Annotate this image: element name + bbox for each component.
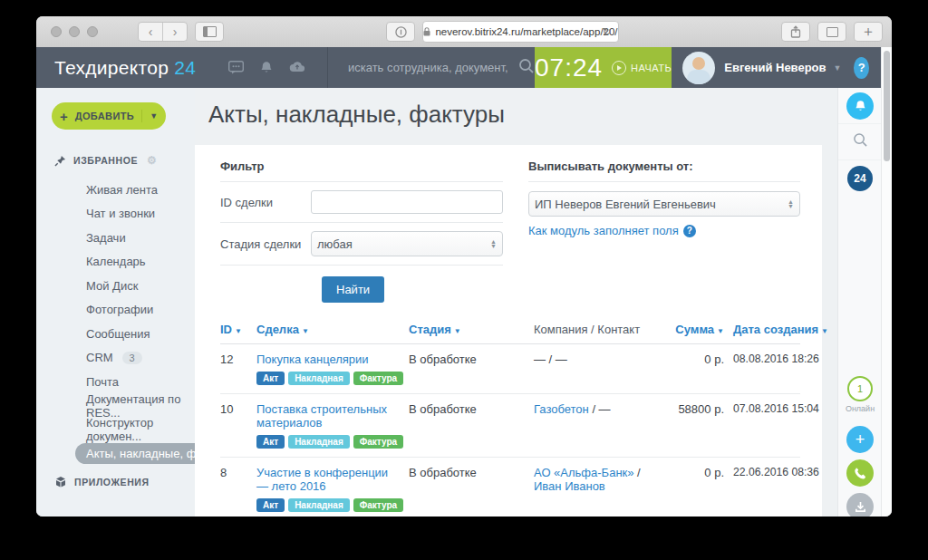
sidebar-item-chat[interactable]: Чат и звонки [36, 202, 195, 227]
sidebar-item-mail[interactable]: Почта [36, 370, 195, 394]
badge-act[interactable]: Акт [256, 435, 285, 449]
sidebar-item-calendar[interactable]: Календарь [36, 250, 195, 275]
quick-add-button[interactable]: + [846, 426, 874, 453]
badge-nakladnaya[interactable]: Накладная [288, 498, 350, 512]
scrollbar-thumb[interactable] [884, 51, 890, 161]
minimize-window-icon[interactable] [69, 26, 80, 37]
badge-faktura[interactable]: Фактура [353, 372, 403, 385]
help-button[interactable]: ? [854, 57, 869, 79]
user-menu[interactable]: Евгений Неверов ▼ [672, 52, 841, 84]
badge-nakladnaya[interactable]: Накладная [288, 372, 350, 385]
phone-button[interactable] [846, 459, 874, 487]
sidebar-item-label: Сообщения [86, 327, 150, 341]
header-icons [228, 61, 305, 74]
global-search-input[interactable] [346, 60, 511, 75]
module-help-link-text: Как модуль заполняет поля [528, 224, 679, 237]
sidebar-item-acts-selected[interactable]: Акты, накладные, ф... [36, 442, 195, 467]
download-button[interactable] [846, 493, 874, 517]
module-help-link[interactable]: Как модуль заполняет поля ? [528, 224, 800, 237]
sidebar-item-live-feed[interactable]: Живая лента [36, 178, 195, 202]
share-button[interactable] [781, 22, 810, 42]
deal-link[interactable]: Участие в конференции — лето 2016 [256, 466, 388, 493]
sidebar-toggle-button[interactable] [195, 22, 224, 42]
column-header-created[interactable]: Дата создания▼ [733, 323, 828, 336]
sidebar-item-rest-docs[interactable]: Документация по RES... [36, 394, 195, 419]
close-window-icon[interactable] [51, 26, 62, 37]
tabs-icon [826, 27, 838, 37]
badge-faktura[interactable]: Фактура [353, 435, 403, 449]
select-stepper-icon: ▲▼ [490, 239, 497, 248]
add-button[interactable]: + ДОБАВИТЬ ▼ [52, 102, 166, 130]
company-link[interactable]: АО «Альфа-Банк» [534, 466, 633, 479]
sidebar-item-tasks[interactable]: Задачи [36, 226, 195, 250]
column-header-stage[interactable]: Стадия▼ [409, 323, 525, 336]
app-logo[interactable]: Техдиректор 24 [54, 57, 196, 79]
doc-badges: Акт Накладная Фактура [256, 372, 400, 385]
deal-link[interactable]: Покупка канцелярии [256, 352, 369, 366]
badge-faktura[interactable]: Фактура [353, 498, 403, 512]
sort-caret-icon: ▼ [302, 327, 309, 335]
address-bar[interactable]: neverov.bitrix24.ru/marketplace/app/20/ … [422, 21, 618, 43]
sum-cell: 58800 р. [670, 402, 724, 416]
sidebar-item-label: Чат и звонки [86, 207, 155, 220]
play-icon [612, 61, 626, 75]
sidebar-item-my-disk[interactable]: Мой Диск [36, 274, 195, 298]
rail-search[interactable] [838, 124, 882, 160]
sidebar-item-crm[interactable]: CRM3 [36, 346, 195, 371]
back-button[interactable]: ‹ [139, 23, 162, 41]
stage-label: Стадия сделки [220, 237, 311, 251]
header-label: Компания / Контакт [534, 323, 640, 336]
new-tab-button[interactable]: ＋ [854, 22, 883, 42]
chat-icon[interactable] [228, 61, 244, 74]
deal-id-input[interactable] [311, 190, 503, 214]
deal-link[interactable]: Поставка строительных материалов [256, 402, 387, 430]
stage-select[interactable]: любая ▲▼ [311, 231, 503, 256]
tabs-button[interactable] [817, 22, 846, 42]
contact-link[interactable]: Иван Иванов [534, 479, 605, 493]
online-counter[interactable]: 1 [847, 376, 873, 401]
created-cell: 08.08.2016 18:26 [733, 352, 819, 365]
zoom-window-icon[interactable] [87, 26, 98, 37]
badge-act[interactable]: Акт [256, 372, 285, 385]
sidebar-item-doc-constructor[interactable]: Конструктор докумен... [36, 418, 195, 442]
work-timer[interactable]: 07:24 НАЧАТЬ [535, 47, 672, 88]
sidebar-item-messages[interactable]: Сообщения [36, 322, 195, 346]
notifications-bell-icon[interactable] [260, 61, 273, 74]
timer-start[interactable]: НАЧАТЬ [612, 61, 672, 75]
info-button[interactable] [386, 22, 415, 42]
issuer-select[interactable]: ИП Неверов Евгений Евгеньевич ▲▼ [528, 191, 800, 217]
disk-cloud-icon[interactable] [289, 61, 305, 74]
rail-notifications[interactable] [838, 88, 882, 124]
find-button[interactable]: Найти [322, 276, 384, 303]
phone-icon [854, 467, 866, 479]
sidebar-item-photos[interactable]: Фотографии [36, 298, 195, 323]
rail-bitrix24[interactable]: 24 [838, 160, 882, 196]
page-title: Акты, накладные, фактуры [208, 101, 837, 129]
company-link[interactable]: Газобетон [534, 402, 589, 416]
filter-row-deal-id: ID сделки [220, 182, 503, 223]
badge-act[interactable]: Акт [256, 498, 285, 512]
table-row: 12 Покупка канцелярии Акт Накладная Факт… [220, 344, 800, 394]
apps-section-header[interactable]: ПРИЛОЖЕНИЯ [54, 476, 150, 488]
forward-button[interactable]: › [162, 23, 187, 41]
column-header-deal[interactable]: Сделка▼ [256, 323, 400, 336]
filter-form: Фильтр ID сделки Стадия сделки любая ▲▼ [220, 159, 503, 303]
stage-cell: В обработке [409, 466, 525, 479]
stage-cell: В обработке [409, 402, 525, 416]
table-row: 10 Поставка строительных материалов Акт … [220, 394, 800, 458]
reload-icon[interactable]: ↻ [603, 25, 612, 38]
created-cell: 07.08.2016 15:04 [733, 402, 819, 415]
timer-value: 07:24 [535, 53, 603, 82]
badge-nakladnaya[interactable]: Накладная [288, 435, 350, 449]
question-icon: ? [683, 225, 696, 237]
deal-cell: Участие в конференции — лето 2016 Акт На… [256, 466, 400, 512]
sidebar-item-label: Почта [86, 375, 119, 389]
gear-icon[interactable]: ⚙ [147, 154, 157, 167]
window-controls [51, 26, 98, 37]
doc-badges: Акт Накладная Фактура [256, 498, 400, 512]
filter-row-stage: Стадия сделки любая ▲▼ [220, 223, 503, 266]
search-icon[interactable] [518, 58, 535, 78]
share-icon [790, 25, 801, 38]
column-header-sum[interactable]: Сумма▼ [670, 323, 724, 336]
column-header-id[interactable]: ID▼ [220, 323, 247, 336]
